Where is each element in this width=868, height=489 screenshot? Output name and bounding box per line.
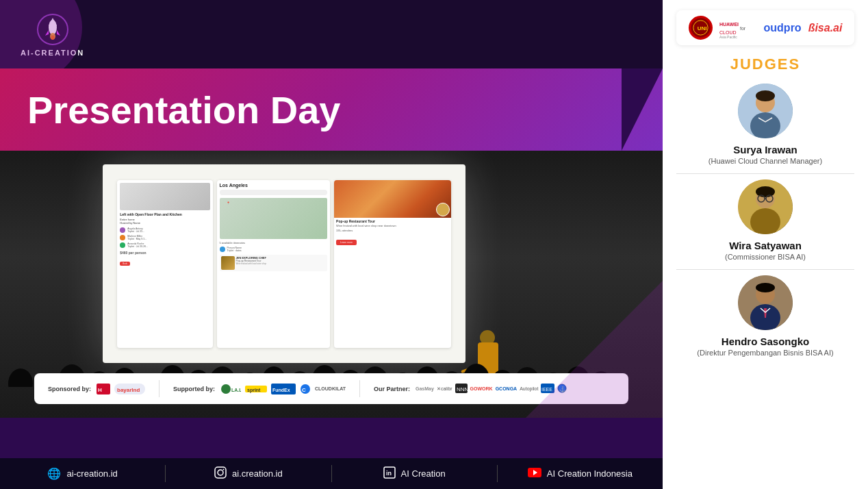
university-logo: UNI (689, 16, 713, 40)
footer-instagram-text: ai.creation.id (232, 468, 283, 479)
person-avatar-3 (120, 242, 125, 248)
property-title: Left with Open Floor Plan and Kitchen (120, 212, 209, 216)
svg-text:sprint: sprint (247, 388, 261, 393)
sponsor-divider-1 (159, 380, 159, 397)
lale-logo: LA.LE (220, 383, 241, 395)
svg-text:for: for (740, 26, 746, 31)
footer-linkedin-text: AI Creation (401, 468, 446, 479)
judge-card-1: Surya Irawan (Huawei Cloud Channel Manag… (676, 84, 854, 174)
food-title: Pop-up Restaurant Tour (334, 218, 451, 223)
bisa-text: ßisa.ai (808, 22, 843, 34)
footer-website-text: ai-creation.id (66, 468, 117, 479)
person-row-3: Amanda RocheTriplet · Jul 20-26... (120, 242, 209, 248)
oudpro-logo: oudpro (764, 22, 802, 34)
judge-avatar-hendro (738, 275, 793, 330)
globe-icon: 🌐 (47, 467, 61, 480)
screen-card-map: Los Angeles 📍 5 available itineraries Pe… (217, 180, 331, 348)
svg-rect-49 (215, 467, 226, 478)
footer-bar: 🌐 ai-creation.id ai.creation.id in AI Cr… (0, 458, 663, 489)
svg-point-50 (218, 470, 223, 475)
person-avatar-1 (120, 227, 125, 233)
xcalibr-logo: ✕calibr (437, 386, 452, 392)
person-row-2: Marlene MillerTriplet · May 9-5... (120, 235, 209, 240)
svg-text:HUAWEI: HUAWEI (719, 22, 739, 27)
svg-text:in: in (386, 470, 392, 477)
nnn-logo: NNN (455, 384, 468, 394)
screen-card-food: Pop-up Restaurant Tour Wine festival wit… (334, 180, 451, 348)
svg-text:NNN: NNN (457, 386, 468, 392)
cloudkilat-text: CLOUDKILAT (315, 383, 346, 395)
footer-youtube-text: AI Creation Indonesia (547, 468, 633, 479)
sponsor-logos: H bayarInd (97, 383, 145, 395)
presentation-screen: Left with Open Floor Plan and Kitchen En… (103, 164, 465, 363)
sprint-logo: sprint (245, 383, 267, 395)
svg-text:LA.LE: LA.LE (231, 388, 241, 392)
people-list: Angela AntonyTriplet · Jul 25... Marlene… (120, 227, 209, 248)
judge-avatar-surya (738, 84, 793, 138)
learn-more-btn[interactable]: Learn more (336, 240, 357, 245)
svg-text:H: H (98, 387, 102, 393)
gowork-logo: GOWORK (470, 386, 493, 391)
huawei-logo: H (97, 383, 110, 395)
right-panel: UNI HUAWEI CLOUD for Asia Pacific oudpro… (663, 0, 868, 489)
title-section: Presentation Day (0, 68, 663, 151)
city-name: Los Angeles (220, 183, 328, 188)
supported-section: Supported by: LA.LE sprint FundEx (173, 383, 346, 395)
gasmay-logo: GasMay (416, 386, 434, 391)
partner-label: Our Partner: (374, 386, 410, 392)
person-info-1: Angela AntonyTriplet · Jul 25... (127, 227, 144, 233)
svg-point-65 (756, 90, 775, 101)
svg-text:CLOUD: CLOUD (719, 30, 737, 35)
map-area: 📍 (220, 198, 328, 239)
search-bar (220, 190, 328, 195)
judge-card-2: Wira Satyawan (Commissioner BISA AI) (676, 179, 854, 270)
youtube-icon (528, 468, 541, 480)
page-title: Presentation Day (27, 88, 341, 132)
footer-instagram: ai.creation.id (166, 466, 331, 481)
huawei-cloud-logo: HUAWEI CLOUD for Asia Pacific (719, 18, 757, 38)
judge-name-2: Wira Satyawan (729, 240, 802, 251)
svg-point-69 (756, 186, 775, 197)
svg-point-76 (756, 283, 775, 292)
itin-avatar-1 (220, 247, 225, 252)
person-row-1: Angela AntonyTriplet · Jul 25... (120, 227, 209, 233)
itinerary-list: Person NameTriplet · dates (220, 247, 328, 252)
person-avatar-2 (120, 235, 125, 240)
bisa-ai-logo: ßisa.ai (808, 22, 843, 34)
left-panel: AI-CREATION Presentation Day Left with O… (0, 0, 663, 489)
header-bar: AI-CREATION (0, 0, 663, 68)
gconga-logo: GCONGA (496, 386, 518, 391)
book-btn[interactable]: Book (120, 262, 130, 266)
person-info-2: Marlene MillerTriplet · May 9-5... (127, 235, 146, 240)
judge-title-1: (Huawei Cloud Channel Manager) (709, 157, 822, 165)
food-image (334, 180, 451, 218)
itin-info-1: Person NameTriplet · dates (227, 247, 242, 252)
svg-text:UNI: UNI (697, 25, 706, 32)
itinerary-row-1: Person NameTriplet · dates (220, 247, 328, 252)
linkedin-icon: in (383, 466, 396, 481)
fundex-logo: FundEx (271, 383, 296, 395)
svg-point-35 (221, 384, 231, 394)
svg-point-51 (223, 468, 225, 470)
property-hosted: Hosted by Name (120, 221, 209, 225)
header-decoration (0, 0, 82, 68)
property-image (120, 183, 209, 210)
screen-content: Left with Open Floor Plan and Kitchen En… (112, 175, 457, 353)
footer-youtube: AI Creation Indonesia (498, 468, 663, 480)
sponsored-section: Sponsored by: H bayarInd (48, 383, 145, 395)
svg-point-7 (8, 368, 33, 387)
supported-label: Supported by: (173, 386, 215, 392)
person-info-3: Amanda RocheTriplet · Jul 20-26... (127, 242, 148, 248)
judge-title-3: (Direktur Pengembangan Bisnis BISA AI) (697, 349, 833, 357)
oudpro-text: oudpro (764, 22, 802, 34)
main-image-area: Left with Open Floor Plan and Kitchen En… (0, 151, 663, 418)
judges-title: JUDGES (730, 55, 800, 73)
supported-logos: LA.LE sprint FundEx C CLOUDKILAT (220, 383, 346, 395)
footer-linkedin: in AI Creation (332, 466, 497, 481)
bottom-decoration (526, 281, 663, 418)
screen-card-property: Left with Open Floor Plan and Kitchen En… (117, 180, 212, 348)
svg-text:Asia Pacific: Asia Pacific (719, 35, 737, 38)
bayarind-logo: bayarInd (114, 383, 145, 395)
food-subtitle: Wine festival with local wine shop near … (334, 223, 451, 228)
sponsor-divider-2 (359, 380, 360, 397)
